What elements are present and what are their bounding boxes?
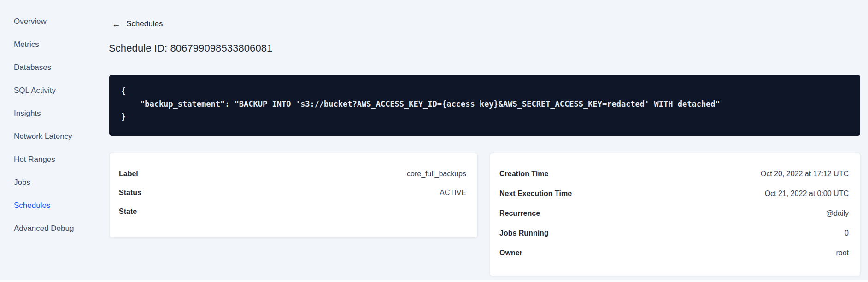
row-label: Next Execution Time (499, 190, 572, 198)
row-value: ACTIVE (440, 189, 466, 197)
table-row: Owner root (499, 243, 849, 263)
table-row: Status ACTIVE (119, 183, 466, 202)
page-title: Schedule ID: 806799098533806081 (109, 42, 272, 54)
table-row: Creation Time Oct 20, 2022 at 17:12 UTC (499, 164, 849, 184)
code-line: { (121, 85, 848, 98)
back-link-label: Schedules (126, 19, 163, 29)
back-arrow-icon: ← (112, 20, 121, 29)
bottom-edge-strip (0, 280, 868, 282)
row-value: Oct 21, 2022 at 0:00 UTC (765, 190, 849, 198)
row-value: 0 (845, 229, 849, 237)
row-value: root (836, 249, 849, 257)
table-row: Jobs Running 0 (499, 223, 849, 243)
row-value: core_full_backups (407, 170, 466, 178)
row-label: Label (119, 170, 138, 178)
code-line: } (121, 110, 848, 123)
backup-statement-code-block: { "backup_statement": "BACKUP INTO 's3:/… (109, 75, 860, 136)
table-row: Recurrence @daily (499, 203, 849, 223)
row-label: Creation Time (499, 170, 548, 178)
row-value: @daily (826, 209, 849, 218)
schedule-details-card: Label core_full_backups Status ACTIVE St… (109, 153, 478, 238)
code-line: "backup_statement": "BACKUP INTO 's3://b… (121, 98, 848, 110)
schedule-timing-card: Creation Time Oct 20, 2022 at 17:12 UTC … (490, 153, 860, 276)
main-content: ← Schedules Schedule ID: 806799098533806… (0, 0, 868, 282)
row-label: Jobs Running (499, 229, 549, 237)
row-label: Recurrence (499, 209, 540, 218)
row-label: State (119, 207, 137, 216)
schedule-details-page: Overview Metrics Databases SQL Activity … (0, 0, 868, 282)
table-row: Next Execution Time Oct 21, 2022 at 0:00… (499, 184, 849, 203)
row-value: Oct 20, 2022 at 17:12 UTC (761, 170, 849, 178)
row-label: Owner (499, 249, 522, 257)
table-row: Label core_full_backups (119, 164, 466, 183)
row-label: Status (119, 189, 141, 197)
table-row: State (119, 202, 466, 221)
back-to-schedules-link[interactable]: ← Schedules (112, 19, 163, 29)
